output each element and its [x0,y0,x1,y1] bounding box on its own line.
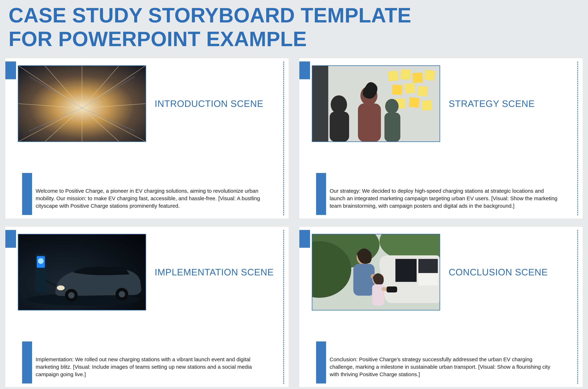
accent-bar [316,173,326,215]
svg-rect-27 [409,97,419,108]
svg-point-43 [119,291,125,297]
svg-rect-19 [388,70,399,81]
svg-rect-58 [387,286,397,292]
dashed-divider [283,62,284,215]
accent-tab [5,230,16,248]
scene-body: Conclusion: Positive Charge's strategy s… [330,356,558,378]
dashed-divider [283,230,284,384]
card-conclusion: CONCLUSION SCENE Conclusion: Positive Ch… [299,227,583,387]
scene-title: CONCLUSION SCENE [449,267,548,278]
card-lower: Implementation: We rolled out new chargi… [16,356,278,378]
accent-bar [22,341,32,384]
dashed-divider [577,62,578,215]
svg-rect-49 [395,259,416,282]
scene-body: Our strategy: We decided to deploy high-… [330,187,558,210]
scene-body: Welcome to Positive Charge, a pioneer in… [36,187,264,210]
svg-rect-28 [422,100,432,110]
accent-bar [316,341,326,384]
card-introduction: INTRODUCTION SCENE Welcome to Positive C… [5,58,289,219]
svg-rect-20 [400,69,411,80]
svg-rect-51 [418,259,438,273]
svg-rect-34 [384,113,400,141]
card-implementation: IMPLEMENTATION SCENE Implementation: We … [5,227,289,387]
svg-rect-25 [417,86,428,97]
card-lower: Welcome to Positive Charge, a pioneer in… [16,187,278,210]
card-strategy: STRATEGY SCENE Our strategy: We decided … [299,58,583,219]
card-upper: IMPLEMENTATION SCENE [16,234,278,310]
card-upper: INTRODUCTION SCENE [16,65,278,142]
svg-rect-22 [424,70,435,81]
scene-image [18,65,146,142]
scene-body: Implementation: We rolled out new chargi… [36,356,264,378]
svg-point-39 [38,258,44,264]
svg-rect-21 [413,72,423,83]
dashed-divider [577,230,578,384]
svg-rect-18 [312,66,328,141]
card-lower: Conclusion: Positive Charge's strategy s… [310,356,572,378]
page-title: CASE STUDY STORYBOARD TEMPLATE FOR POWER… [8,3,583,51]
card-upper: CONCLUSION SCENE [310,234,572,310]
scene-title: INTRODUCTION SCENE [155,98,263,109]
card-lower: Our strategy: We decided to deploy high-… [310,187,572,210]
scene-title: IMPLEMENTATION SCENE [155,267,274,278]
svg-point-44 [57,285,65,290]
svg-rect-53 [353,264,375,296]
svg-point-29 [331,95,347,114]
title-line-2: FOR POWERPOINT EXAMPLE [8,28,307,51]
accent-tab [5,62,16,79]
accent-tab [299,62,310,79]
card-upper: STRATEGY SCENE [310,65,572,142]
svg-rect-23 [392,84,402,95]
title-line-1: CASE STUDY STORYBOARD TEMPLATE [8,4,411,27]
accent-bar [22,173,32,215]
scene-title: STRATEGY SCENE [449,98,535,109]
storyboard-grid: INTRODUCTION SCENE Welcome to Positive C… [5,58,583,387]
svg-rect-30 [330,111,349,141]
svg-point-41 [68,292,75,298]
scene-image [312,65,440,142]
scene-image [18,234,146,310]
scene-image [312,234,440,310]
svg-rect-24 [405,83,415,94]
accent-tab [299,230,310,248]
svg-rect-32 [358,103,381,141]
svg-point-33 [385,99,399,114]
